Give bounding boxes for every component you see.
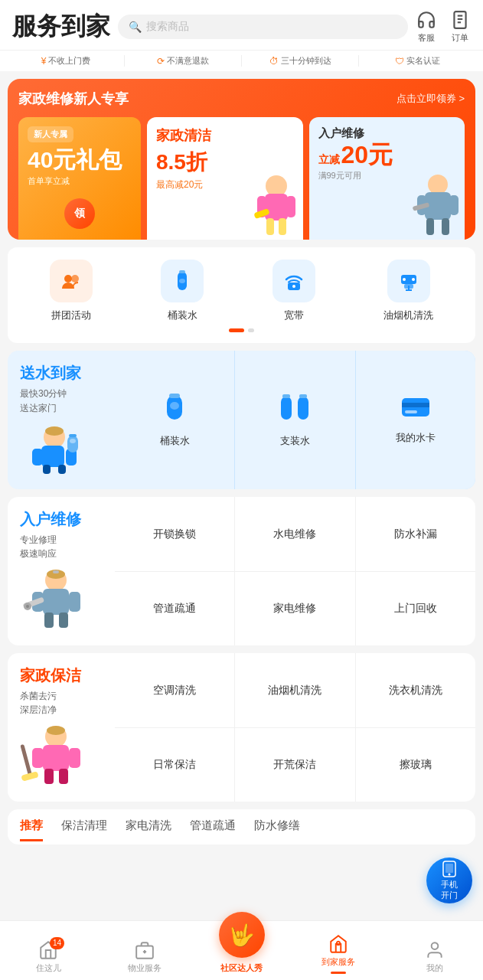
clean-desc: 杀菌去污深层洁净	[20, 689, 107, 717]
tab-pipeline[interactable]: 管道疏通	[190, 818, 236, 841]
search-placeholder: 搜索商品	[146, 20, 189, 34]
notice-bar: ¥ 不收上门费 ⟳ 不满意退款 ⏱ 三十分钟到达 🛡 实名认证	[0, 50, 483, 71]
customer-service-label: 客服	[418, 32, 435, 44]
tab-waterproof[interactable]: 防水修缮	[254, 818, 300, 841]
search-bar[interactable]: 🔍 搜索商品	[118, 15, 408, 39]
gift-label: 新人专属	[28, 126, 73, 142]
service-icons-row: 拼团活动 桶装水 宽带	[15, 260, 468, 322]
svg-rect-7	[286, 196, 295, 217]
clean-ac-btn[interactable]: 空调清洗	[115, 653, 234, 727]
svg-point-4	[266, 175, 287, 197]
nav-item-mine[interactable]: 我的	[387, 934, 483, 975]
clean-inner: 家政保洁 杀菌去污深层洁净 空调清洗 油烟机清洗	[8, 653, 475, 802]
repair-amount: 20元	[341, 142, 393, 167]
headset-icon	[416, 9, 437, 31]
clean-windows-btn[interactable]: 擦玻璃	[356, 728, 475, 802]
banner-repair-card[interactable]: 入户维修 立减 20元 满99元可用	[309, 117, 465, 240]
repair-left: 入户维修 专业修理极速响应	[8, 497, 115, 645]
barrel-water-label: 桶装水	[168, 309, 197, 322]
range-hood-label: 油烟机清洗	[383, 309, 433, 322]
svg-rect-68	[59, 769, 68, 784]
homeservice-icon-wrap	[328, 934, 348, 954]
customer-service-btn[interactable]: 客服	[416, 9, 437, 44]
svg-rect-56	[44, 612, 54, 628]
order-btn[interactable]: 订单	[449, 9, 471, 44]
svg-rect-33	[41, 446, 64, 467]
bottle-water-btn[interactable]: 支装水	[235, 351, 354, 489]
repair-desc: 专业修理极速响应	[20, 533, 107, 560]
repair-locksmith-btn[interactable]: 开锁换锁	[115, 497, 234, 571]
svg-rect-66	[69, 748, 80, 768]
icon-range-hood[interactable]: 油烟机清洗	[383, 260, 433, 322]
fee-icon: ¥	[41, 56, 47, 67]
svg-rect-46	[282, 394, 290, 398]
gift-claim-btn[interactable]: 领	[64, 198, 95, 229]
svg-rect-62	[53, 570, 59, 573]
banner-clean-card[interactable]: 家政清洁 8.5折 最高减20元	[147, 117, 303, 240]
notice-item-time: ⏱ 三十分钟到达	[242, 55, 359, 67]
clean-rangehood-btn[interactable]: 油烟机清洗	[235, 653, 354, 727]
gift-desc: 首单享立减	[28, 175, 132, 187]
svg-rect-28	[403, 278, 406, 281]
nav-item-property[interactable]: 物业服务	[96, 934, 193, 975]
water-illustration	[20, 420, 103, 477]
svg-rect-39	[69, 434, 77, 437]
clean-section: 家政保洁 杀菌去污深层洁净 空调清洗 油烟机清洗	[8, 653, 475, 802]
home-icon-wrap: 14	[38, 940, 58, 960]
nav-item-homeservice[interactable]: 到家服务	[290, 928, 387, 975]
bottle-water-btn-icon	[278, 392, 312, 428]
property-icon-wrap	[135, 940, 155, 960]
svg-rect-50	[402, 403, 429, 407]
water-card-btn[interactable]: 我的水卡	[356, 351, 475, 489]
order-label: 订单	[452, 32, 468, 44]
community-center-btn: 🤟	[219, 912, 265, 958]
icon-group-activity[interactable]: 拼团活动	[50, 260, 93, 322]
notice-item-fee: ¥ 不收上门费	[8, 55, 125, 67]
repair-title: 入户维修	[318, 126, 456, 141]
svg-rect-15	[426, 218, 434, 235]
broadband-label: 宽带	[284, 309, 304, 322]
repair-appliance-btn[interactable]: 家电维修	[235, 572, 354, 646]
nav-item-community[interactable]: 🤟 社区达人秀	[193, 912, 289, 975]
svg-rect-9	[279, 218, 286, 235]
clean-deepclean-btn[interactable]: 开荒保洁	[235, 728, 354, 802]
svg-rect-22	[179, 270, 185, 273]
gift-amount: 40元礼包	[28, 147, 132, 172]
banner-coupon-link[interactable]: 点击立即领券 >	[397, 92, 465, 106]
icon-barrel-water[interactable]: 桶装水	[161, 260, 204, 322]
tab-clean[interactable]: 保洁清理	[61, 818, 107, 841]
svg-rect-37	[58, 465, 66, 474]
mine-icon-wrap	[425, 940, 445, 960]
svg-point-44	[170, 402, 179, 410]
svg-rect-57	[59, 612, 68, 628]
icon-broadband[interactable]: 宽带	[273, 260, 315, 322]
app-logo: 服务到家	[12, 10, 110, 44]
group-activity-label: 拼团活动	[51, 309, 91, 322]
nav-item-home[interactable]: 14 住这儿	[0, 934, 96, 975]
clean-washer-btn[interactable]: 洗衣机清洗	[356, 653, 475, 727]
repair-plumbing-btn[interactable]: 水电维修	[235, 497, 354, 571]
tab-appliance-clean[interactable]: 家电清洗	[126, 818, 171, 841]
water-card-btn-icon	[400, 395, 431, 425]
repair-recycle-btn[interactable]: 上门回收	[356, 572, 475, 646]
repair-illustration	[20, 565, 107, 633]
banner-section: 家政维修新人专享 点击立即领券 > 新人专属 40元礼包 首单享立减 领 家政清…	[8, 79, 475, 240]
clean-daily-btn[interactable]: 日常保洁	[115, 728, 234, 802]
water-barrel-btn[interactable]: 桶装水	[115, 351, 234, 489]
svg-rect-48	[299, 394, 307, 398]
clean-title: 家政清洁	[156, 126, 294, 145]
svg-point-40	[70, 439, 76, 443]
clean-right: 空调清洗 油烟机清洗 洗衣机清洗 日常保洁 开荒保洁 擦玻璃	[115, 653, 475, 802]
verify-icon: 🛡	[395, 56, 404, 67]
tab-recommend[interactable]: 推荐	[20, 818, 43, 841]
repair-waterproof-btn[interactable]: 防水补漏	[356, 497, 475, 571]
dot-1	[248, 328, 254, 332]
float-phone-door-btn[interactable]: 手机开门	[426, 858, 472, 903]
repair-pipeline-btn[interactable]: 管道疏通	[115, 572, 234, 646]
water-card-btn-label: 我的水卡	[396, 431, 436, 445]
banner-gift-card[interactable]: 新人专属 40元礼包 首单享立减 领	[18, 117, 141, 240]
svg-rect-55	[69, 592, 80, 612]
svg-rect-64	[43, 745, 69, 771]
svg-point-60	[26, 605, 29, 608]
repair-section: 入户维修 专业修理极速响应	[8, 497, 475, 645]
